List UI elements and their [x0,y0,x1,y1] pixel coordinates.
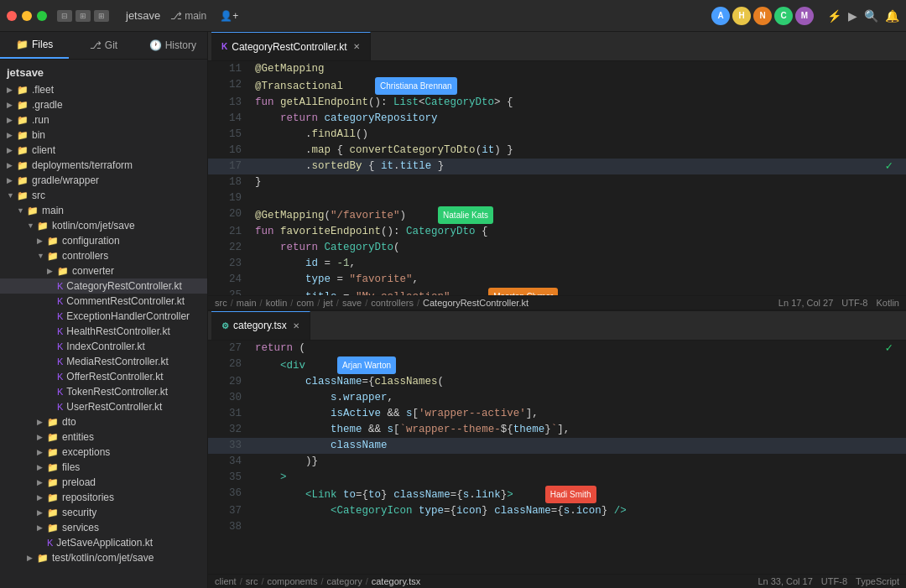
tab-files[interactable]: 📁 Files [0,32,69,59]
grid-icon[interactable]: ⊞ [94,10,109,22]
path-kotlin: kotlin [266,298,288,308]
tree-deployments[interactable]: ▶📁deployments/terraform [0,158,207,173]
files-icon: 📁 [16,39,29,50]
tree-run[interactable]: ▶📁.run [0,112,207,127]
tree-gradle-wrapper[interactable]: ▶📁gradle/wrapper [0,173,207,188]
split-icon[interactable]: ⊞ [76,10,91,22]
path-current-tsx: category.tsx [372,576,421,586]
minimize-button[interactable] [22,11,32,21]
traffic-lights [7,11,47,21]
add-user-icon[interactable]: 👤+ [220,10,238,22]
project-root[interactable]: jetsave [0,63,207,82]
branch-indicator[interactable]: ⎇ main [170,10,206,22]
tree-dto[interactable]: ▶📁dto [0,414,207,429]
close-button[interactable] [7,11,17,21]
code-line-18: 18 } [208,174,906,190]
tree-main[interactable]: ▼📁main [0,203,207,218]
close-tab-tsx[interactable]: ✕ [293,321,299,330]
tab-history[interactable]: 🕐 History [138,32,207,59]
path-src: src [215,298,227,308]
bottom-code-area[interactable]: 27 return (✓ 28 <div Arjan Warton 29 cla… [208,341,906,575]
code-line-tsx-27: 27 return (✓ [208,341,906,356]
path-main: main [237,298,257,308]
code-line-tsx-30: 30 s.wrapper, [208,390,906,406]
tree-jetsave-app[interactable]: KJetSaveApplication.kt [0,535,207,550]
code-line-tsx-38: 38 [208,519,906,535]
tree-token-controller[interactable]: KTokenRestController.kt [0,384,207,399]
sep3: / [290,298,293,308]
window-icons: ⊟ ⊞ ⊞ [57,10,109,22]
tree-src[interactable]: ▼📁src [0,188,207,203]
sep6: / [365,298,367,308]
bottom-code-scroll[interactable]: 27 return (✓ 28 <div Arjan Warton 29 cla… [208,341,906,575]
path-bsrc: src [246,576,258,586]
tree-preload[interactable]: ▶📁preload [0,475,207,490]
project-title: jetsave [126,9,160,22]
bsep3: / [320,576,323,586]
tree-comment-controller[interactable]: KCommentRestController.kt [0,294,207,309]
app-window: ⊟ ⊞ ⊞ jetsave ⎇ main 👤+ A H N C M ⚡ ▶ 🔍 … [0,0,906,588]
avatar-n[interactable]: N [753,7,772,25]
top-code-scroll[interactable]: 11 @GetMapping 12 @Transactional Christi… [208,61,906,295]
code-line-tsx-33: 33 className [208,438,906,454]
tree-client[interactable]: ▶📁client [0,143,207,158]
tree-configuration[interactable]: ▶📁configuration [0,233,207,248]
git-icon: ⎇ [90,39,102,51]
avatar-h[interactable]: H [732,7,751,25]
tree-test[interactable]: ▶📁test/kotlin/com/jet/save [0,550,207,565]
tree-controllers[interactable]: ▼📁controllers [0,248,207,263]
bsep1: / [240,576,242,586]
lightning-icon[interactable]: ⚡ [827,9,841,23]
tab-git[interactable]: ⎇ Git [69,32,138,59]
tree-index-controller[interactable]: KIndexController.kt [0,339,207,354]
tree-services[interactable]: ▶📁services [0,520,207,535]
path-controllers: controllers [371,298,414,308]
avatar-c[interactable]: C [774,7,793,25]
bell-icon[interactable]: 🔔 [885,9,899,23]
run-icon[interactable]: ▶ [848,9,857,23]
tree-category-controller[interactable]: KCategoryRestController.kt [0,278,207,294]
main-layout: 📁 Files ⎇ Git 🕐 History jetsave ▶📁.fleet… [0,32,906,588]
tsx-file-icon: ⚙ [221,321,229,330]
tree-kotlin[interactable]: ▼📁kotlin/com/jet/save [0,218,207,233]
cursor-position-bottom: Ln 33, Col 17 [758,576,812,586]
sidebar-toggle-icon[interactable]: ⊟ [57,10,72,22]
bsep2: / [261,576,263,586]
tree-entities[interactable]: ▶📁entities [0,429,207,445]
path-client: client [215,576,237,586]
top-editor: K CategoryRestController.kt ✕ 11 @GetMap… [208,32,906,311]
tab-category-tsx[interactable]: ⚙ category.tsx ✕ [211,311,310,340]
search-icon[interactable]: 🔍 [864,9,878,23]
tree-gradle[interactable]: ▶📁.gradle [0,97,207,112]
tree-exception-controller[interactable]: KExceptionHandlerController [0,309,207,324]
sidebar: 📁 Files ⎇ Git 🕐 History jetsave ▶📁.fleet… [0,32,208,588]
titlebar: ⊟ ⊞ ⊞ jetsave ⎇ main 👤+ A H N C M ⚡ ▶ 🔍 … [0,0,906,32]
top-code-area[interactable]: 11 @GetMapping 12 @Transactional Christi… [208,61,906,295]
code-line-11: 11 @GetMapping [208,61,906,77]
tree-converter[interactable]: ▶📁converter [0,263,207,278]
tree-security[interactable]: ▶📁security [0,505,207,520]
tree-offer-controller[interactable]: KOfferRestController.kt [0,369,207,384]
tree-repositories[interactable]: ▶📁repositories [0,490,207,505]
close-tab-kt[interactable]: ✕ [353,42,360,51]
avatar-a[interactable]: A [711,7,730,25]
tab-category-controller[interactable]: K CategoryRestController.kt ✕ [211,32,371,60]
path-com: com [296,298,314,308]
tree-fleet[interactable]: ▶📁.fleet [0,82,207,97]
code-line-tsx-31: 31 isActive && s['wrapper--active'], [208,406,906,422]
bsep4: / [366,576,368,586]
code-line-25: 25 title = "My collection", Maarten Clym… [208,288,906,295]
tree-health-controller[interactable]: KHealthRestController.kt [0,324,207,339]
code-line-22: 22 return CategoryDto( [208,240,906,256]
tree-bin[interactable]: ▶📁bin [0,127,207,143]
tree-files[interactable]: ▶📁files [0,460,207,475]
tab-filename-tsx: category.tsx [233,320,287,331]
path-components: components [267,576,317,586]
avatar-m[interactable]: M [795,7,814,25]
maximize-button[interactable] [37,11,47,21]
editor-split: K CategoryRestController.kt ✕ 11 @GetMap… [208,32,906,588]
tree-media-controller[interactable]: KMediaRestController.kt [0,354,207,369]
tree-exceptions[interactable]: ▶📁exceptions [0,445,207,460]
tree-user-controller[interactable]: KUserRestController.kt [0,399,207,414]
bottom-editor: ⚙ category.tsx ✕ 27 return (✓ 2 [208,311,906,589]
